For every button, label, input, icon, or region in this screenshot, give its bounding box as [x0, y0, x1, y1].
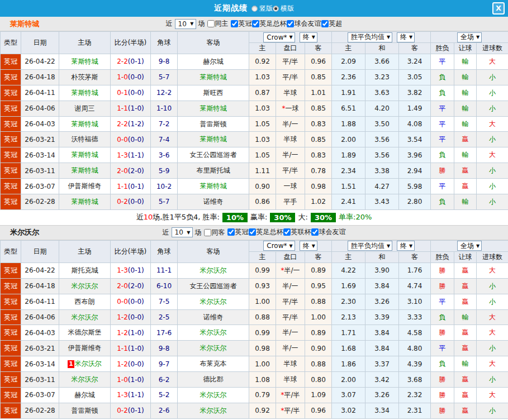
recent-count-select[interactable]: 10▼ [175, 19, 196, 29]
same-venue-checkbox[interactable] [204, 229, 211, 236]
goals-result-cell: 大 [477, 54, 508, 70]
handicap-result-cell: 贏 [454, 132, 477, 147]
handicap-result-cell: 輸 [454, 85, 477, 101]
goals-result-cell: 小 [477, 163, 508, 179]
handicap-cell: 平/半 [276, 309, 305, 325]
away-team-cell: 女王公园巡游者 [178, 278, 249, 294]
euro-time-select[interactable]: 终▼ [397, 32, 415, 42]
match-date: 26-04-11 [21, 294, 59, 309]
bookmaker-select[interactable]: Crow*▼ [263, 32, 295, 42]
league-checkbox[interactable] [231, 20, 238, 27]
col-date-header: 日期 [21, 32, 59, 54]
handicap-cell: 半球 [276, 132, 305, 147]
away-team-cell: 诺维奇 [178, 194, 249, 210]
bookmaker-select[interactable]: Crow*▼ [263, 241, 295, 251]
league-filter[interactable]: 球会友谊 [287, 19, 321, 28]
asian-home-odds: 1.08 [249, 372, 276, 388]
euro-home-odds: 4.22 [332, 262, 365, 278]
asian-home-odds: 0.79 [249, 388, 276, 403]
odds-average-select[interactable]: 胜平负均值▼ [348, 32, 392, 42]
euro-time-select[interactable]: 终▼ [397, 241, 415, 251]
euro-away-odds: 4.39 [399, 356, 431, 372]
match-date: 26-04-06 [21, 309, 59, 325]
close-button[interactable]: X [492, 2, 505, 15]
league-checkbox[interactable] [287, 20, 294, 27]
match-row: 英冠26-03-07赫尔城1-3(1-1)5-2米尔沃尔0.79*平/半1.09… [1, 388, 508, 403]
corner-cell: 7-2 [151, 116, 178, 132]
league-filter[interactable]: 英冠 [231, 19, 252, 28]
euro-draw-odds: 4.27 [365, 179, 399, 194]
half-time-score: (0-0) [128, 360, 144, 368]
home-team-name: 米尔沃尔 [72, 282, 98, 290]
league-checkbox[interactable] [311, 228, 319, 236]
match-date: 26-04-22 [21, 262, 59, 278]
euro-home-odds: 1.88 [332, 116, 365, 132]
score-cell: 0-2(0-0) [111, 194, 151, 210]
col-away-header: 客场 [178, 240, 249, 262]
league-filter[interactable]: 英足总杯 [249, 227, 283, 237]
league-filter[interactable]: 英联杯 [283, 227, 311, 237]
asian-odds-header: Crow*▼ 终▼ [249, 240, 332, 251]
layout-radio-option[interactable]: 横版 [273, 4, 294, 13]
league-checkbox[interactable] [252, 20, 259, 27]
goals-result-cell: 小 [477, 85, 508, 101]
odds-average-select[interactable]: 胜平负均值▼ [348, 241, 392, 251]
asian-time-select[interactable]: 终▼ [300, 241, 317, 251]
sub-euro-draw-header: 和 [365, 43, 399, 54]
league-filter[interactable]: 英冠 [227, 227, 249, 237]
home-team-name: 赫尔城 [75, 391, 95, 399]
full-time-score: 1-1 [117, 104, 128, 112]
asian-time-select[interactable]: 终▼ [300, 32, 317, 42]
asian-home-odds: 0.93 [249, 278, 276, 294]
sub-goals-header: 进球数 [477, 43, 508, 54]
profit-rate-label: 赢率: [250, 212, 267, 222]
corner-cell: 5-7 [151, 194, 178, 210]
results-table-leicester: 类型 日期 主场 比分(半场) 角球 客场 Crow*▼ 终▼ 胜平负均值▼ 终… [0, 31, 508, 210]
col-corner-header: 角球 [151, 240, 178, 262]
league-filter[interactable]: 球会友谊 [311, 227, 346, 237]
away-team-name: 女王公园巡游者 [190, 151, 237, 159]
match-date: 26-03-14 [21, 147, 59, 163]
sub-handicap-header: 盘口 [276, 251, 305, 262]
league-checkbox[interactable] [249, 228, 256, 236]
goals-result-cell: 小 [477, 278, 508, 294]
half-time-score: (0-1) [128, 266, 144, 274]
league-filter[interactable]: 英超 [321, 19, 343, 28]
league-checkbox[interactable] [321, 20, 329, 27]
corner-cell: 11-1 [151, 262, 178, 278]
full-time-score: 0-2 [117, 198, 128, 206]
match-date: 26-04-22 [21, 54, 59, 70]
layout-radio-option[interactable]: 竖版 [251, 4, 273, 13]
asian-away-odds: 1.02 [305, 194, 332, 210]
same-venue-filter[interactable]: 同客 [204, 228, 225, 237]
away-team-name: 德比郡 [203, 375, 224, 383]
same-venue-filter[interactable]: 同主 [207, 19, 229, 28]
scope-select[interactable]: 全场▼ [457, 241, 482, 251]
asian-away-odds: 0.88 [305, 294, 332, 309]
sub-euro-home-header: 主 [332, 251, 365, 262]
scope-select[interactable]: 全场▼ [457, 32, 482, 42]
league-checkbox[interactable] [227, 228, 235, 236]
sub-away-header: 客 [305, 43, 332, 54]
asian-home-odds: 0.98 [249, 341, 276, 356]
half-time-score: (0-0) [128, 198, 144, 206]
league-checkbox[interactable] [283, 228, 291, 236]
league-filter[interactable]: 英足总杯 [252, 19, 287, 28]
layout-radio-group: 竖版横版 [251, 4, 294, 13]
euro-draw-odds: 3.38 [365, 163, 399, 179]
radio-label: 竖版 [259, 4, 273, 13]
same-venue-checkbox[interactable] [207, 20, 215, 27]
league-badge: 英冠 [1, 101, 21, 116]
score-cell: 1-2(1-0) [111, 325, 151, 341]
col-score-header: 比分(半场) [111, 240, 151, 262]
recent-count-select[interactable]: 10▼ [172, 227, 193, 237]
away-team-name: 布里斯托城 [197, 166, 230, 174]
handicap-star: * [282, 104, 286, 112]
match-date: 26-04-03 [21, 116, 59, 132]
home-team-name: 莱斯特城 [72, 166, 98, 174]
home-team-name: 莱斯特城 [72, 89, 98, 97]
home-team-name: 沃特福德 [72, 135, 98, 143]
corner-cell: 17-6 [151, 325, 178, 341]
corner-cell: 9-8 [151, 341, 178, 356]
sub-goals-header: 进球数 [477, 251, 508, 262]
